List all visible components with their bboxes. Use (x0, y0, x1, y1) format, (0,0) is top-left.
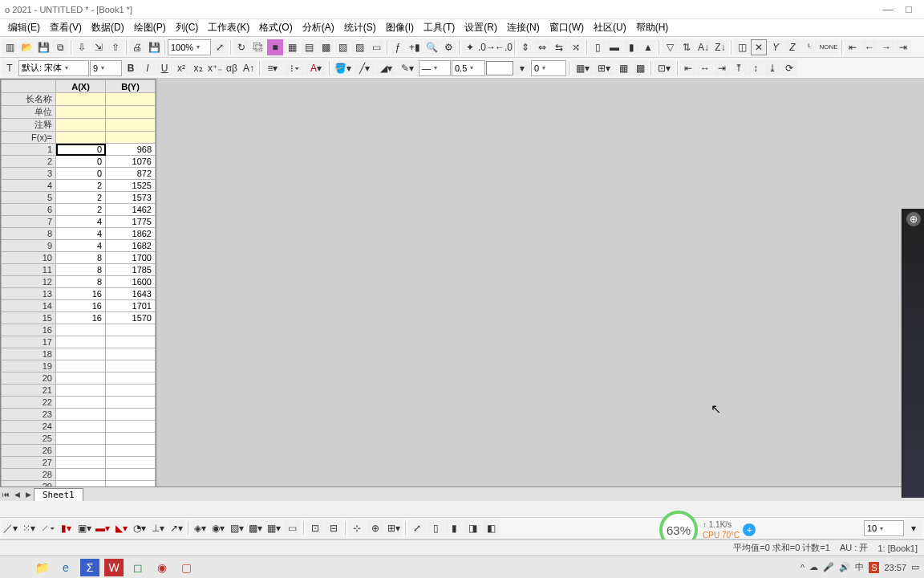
corner-cell[interactable] (2, 80, 56, 93)
menu-analysis[interactable]: 分析(A) (298, 19, 339, 36)
row-header[interactable]: 5 (2, 192, 56, 204)
cell-b[interactable] (106, 457, 156, 469)
fill-color-icon[interactable]: 🪣▾ (332, 60, 353, 76)
cell-b[interactable] (106, 445, 156, 457)
cell-b[interactable] (106, 372, 156, 385)
sort-icon[interactable]: ⇅ (679, 39, 695, 55)
cell-units-a[interactable] (56, 106, 106, 119)
vector-plot-icon[interactable]: ↗▾ (168, 519, 185, 537)
line-width-combo[interactable]: 0.5▾ (452, 60, 485, 76)
row-header[interactable]: 14 (2, 300, 56, 312)
row-header[interactable]: 21 (2, 385, 56, 397)
cell-b[interactable] (106, 385, 156, 397)
cell-a[interactable]: 8 (56, 264, 106, 276)
cell-b[interactable]: 1462 (106, 204, 156, 216)
pen-icon[interactable]: ✎▾ (397, 60, 418, 76)
cell-b[interactable]: 1785 (106, 264, 156, 276)
font-color-icon[interactable]: A▾ (306, 60, 326, 76)
menu-community[interactable]: 社区(U) (589, 19, 631, 36)
save-template-icon[interactable]: 💾 (146, 39, 162, 55)
task-green-icon[interactable]: ◻ (128, 559, 148, 576)
chart-bar-icon[interactable]: ▬ (606, 39, 622, 55)
digitize-icon[interactable]: ✦ (462, 39, 478, 55)
column-plot-icon[interactable]: ▮▾ (57, 519, 75, 537)
row-header[interactable]: 12 (2, 276, 56, 288)
cell-b[interactable] (106, 397, 156, 409)
menu-connectivity[interactable]: 连接(N) (502, 19, 545, 36)
tray-speaker-icon[interactable]: 🔊 (839, 562, 850, 572)
cell-a[interactable] (56, 445, 106, 457)
cell-b[interactable]: 1862 (106, 228, 156, 240)
sort-asc-icon[interactable]: A↓ (695, 39, 711, 55)
cell-a[interactable]: 16 (56, 288, 106, 300)
align-bot2-icon[interactable]: ⤓ (764, 60, 780, 76)
new-notes-icon[interactable]: ▭ (368, 39, 384, 55)
cell-fx-b[interactable] (106, 132, 156, 144)
sheet-tab[interactable]: Sheet1 (34, 488, 83, 501)
bold-icon[interactable]: B (123, 60, 139, 76)
merge-icon[interactable]: ⊞▾ (594, 60, 614, 76)
cell-longname-b[interactable] (106, 93, 156, 106)
task-edge-icon[interactable]: e (56, 559, 75, 576)
cell-a[interactable] (56, 409, 106, 421)
cell-b[interactable]: 968 (106, 144, 156, 156)
underline-icon[interactable]: U (156, 60, 172, 76)
zoom-combo[interactable]: 100%▾ (168, 39, 211, 55)
row-header[interactable]: 2 (2, 156, 56, 168)
superscript-icon[interactable]: x² (173, 60, 189, 76)
row-header[interactable]: 1 (2, 144, 56, 156)
tab-prev-icon[interactable]: ◀ (11, 489, 22, 500)
row-comments[interactable]: 注释 (2, 119, 56, 132)
move-first-icon[interactable]: ⇤ (845, 39, 861, 55)
task-wps-icon[interactable]: W (104, 559, 124, 576)
cell-b[interactable] (106, 324, 156, 336)
cell-b[interactable]: 1573 (106, 192, 156, 204)
cell-longname-a[interactable] (56, 93, 106, 106)
rescale-icon[interactable]: ⤢ (408, 519, 426, 537)
menu-preferences[interactable]: 设置(R) (460, 19, 502, 36)
add-column-icon[interactable]: +▮ (407, 39, 423, 55)
col-header-b[interactable]: B(Y) (106, 80, 156, 93)
cell-b[interactable]: 1525 (106, 180, 156, 192)
align-icon[interactable]: ≡▾ (262, 60, 283, 76)
cpu-add-icon[interactable]: + (743, 523, 756, 536)
menu-window[interactable]: 窗口(W) (545, 19, 589, 36)
image-plot-icon[interactable]: ▦▾ (265, 519, 282, 537)
align-top2-icon[interactable]: ⤒ (731, 60, 747, 76)
z-axis-icon[interactable]: Z (784, 39, 800, 55)
new-color-icon[interactable]: ■ (267, 39, 283, 55)
bar-plot-icon[interactable]: ▬▾ (94, 519, 111, 537)
y-axis-icon[interactable]: Y (768, 39, 784, 55)
menu-plot[interactable]: 绘图(P) (129, 19, 171, 36)
row-header[interactable]: 24 (2, 421, 56, 433)
cell-b[interactable] (106, 421, 156, 433)
new-matrix-icon[interactable]: ▩ (318, 39, 334, 55)
box-plot-icon[interactable]: ▣▾ (75, 519, 93, 537)
chart-area-icon[interactable]: ▲ (640, 39, 656, 55)
cell-a[interactable] (56, 457, 106, 469)
contour-icon[interactable]: ◉▾ (209, 519, 227, 537)
waterfall-icon[interactable]: ▩▾ (246, 519, 264, 537)
transpose-icon[interactable]: ⇆ (551, 39, 567, 55)
add-layer-icon[interactable]: ▮ (445, 519, 463, 537)
row-header[interactable]: 18 (2, 348, 56, 360)
sub-sup-icon[interactable]: x⁺₋ (207, 60, 223, 76)
cell-units-b[interactable] (106, 106, 156, 119)
line-symbol-icon[interactable]: ⟋▾ (38, 519, 56, 537)
chart-col-icon[interactable]: ▯ (590, 39, 606, 55)
refresh-icon[interactable]: ↻ (233, 39, 249, 55)
tray-s-icon[interactable]: S (869, 562, 879, 573)
row-header[interactable]: 8 (2, 228, 56, 240)
cell-a[interactable] (56, 433, 106, 445)
row-fx[interactable]: F(x)= (2, 132, 56, 144)
side-overlay[interactable]: ⊕ (902, 209, 924, 498)
tray-notifications-icon[interactable]: ▭ (911, 562, 919, 572)
cell-fx-a[interactable] (56, 132, 106, 144)
line-style-icon[interactable]: ╱▾ (354, 60, 375, 76)
cell-b[interactable] (106, 433, 156, 445)
cell-comments-a[interactable] (56, 119, 106, 132)
menu-help[interactable]: 帮助(H) (631, 19, 674, 36)
maximize-button[interactable]: □ (898, 2, 919, 18)
cell-b[interactable] (106, 348, 156, 360)
row-header[interactable]: 20 (2, 372, 56, 385)
